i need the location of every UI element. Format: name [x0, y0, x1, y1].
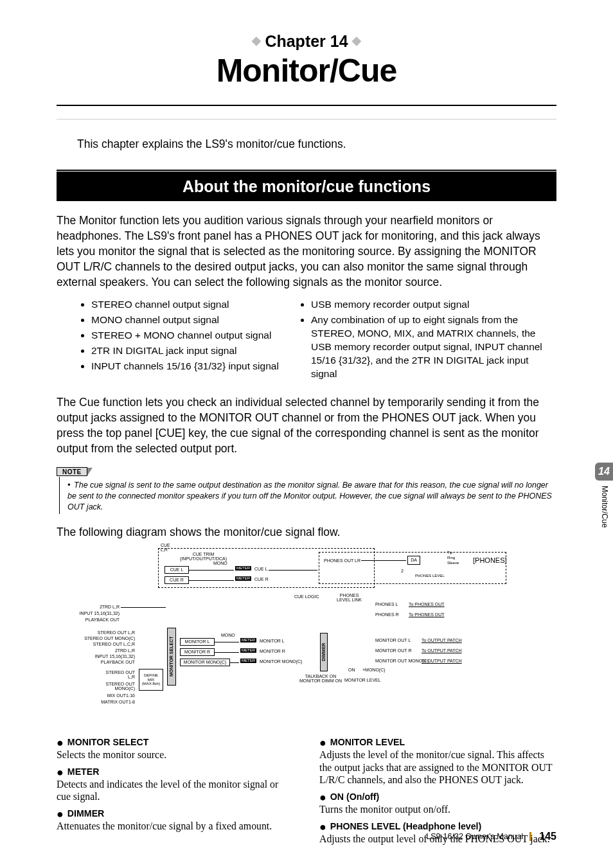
def-body: Adjusts the level of the monitor/cue sig…: [319, 748, 556, 786]
def-heading-monitor-select: ● MONITOR SELECT: [57, 737, 294, 747]
diagram-label: TALKBACK ON MONITOR DIMM ON: [299, 674, 342, 683]
diagram-label: MONITOR R: [260, 649, 285, 653]
diagram-label: PLAYBACK OUT: [66, 617, 120, 622]
diagram-label: CUE R: [254, 577, 269, 581]
def-heading-on: ● ON (On/off): [319, 792, 556, 802]
diagram-label: PHONES OUT LR: [324, 558, 360, 563]
diagram-label: 2TRD L,R: [71, 605, 120, 609]
def-body: Detects and indicates the level of the m…: [57, 778, 294, 803]
diagram-label: 2: [401, 569, 404, 573]
def-body: Turns the monitor output on/off.: [319, 803, 556, 816]
diagram-label: MONO: [221, 633, 235, 637]
diagram-label: INPUT 15,16(31,32): [75, 654, 135, 659]
diagram-label: STEREO OUT L,R: [75, 630, 135, 635]
divider: [57, 119, 556, 120]
diagram-label: PHONES R: [375, 612, 399, 617]
def-body: Attenuates the monitor/cue signal by a f…: [57, 820, 294, 833]
diagram-box-vertical: DIMMER: [320, 633, 328, 671]
tab-chapter-title: Monitor/Cue: [600, 486, 609, 527]
diagram-label: CUE L,R: [161, 543, 170, 552]
side-tab: 14 Monitor/Cue: [595, 463, 613, 527]
diagram-label: STEREO OUT L,C,R: [69, 642, 135, 646]
diagram-label: 2TRD L,R: [86, 648, 135, 653]
meter-icon: METER: [240, 648, 256, 653]
meter-icon: METER: [235, 566, 251, 571]
chapter-intro-text: This chapter explains the LS9's monitor/…: [77, 136, 556, 152]
diagram-label: To OUTPUT PATCH: [422, 638, 462, 642]
chapter-number-text: Chapter 14: [265, 32, 348, 50]
diagram-label: INPUT 15,16(31,32): [59, 611, 120, 616]
diagram-label-phones: [PHONES]: [473, 557, 507, 564]
list-item: 2TR IN DIGITAL jack input signal: [91, 344, 279, 358]
diagram-caption: The following diagram shows the monitor/…: [57, 526, 556, 539]
paragraph-2: The Cue function lets you check an indiv…: [57, 394, 556, 457]
diagram-label: MONITOR LEVEL: [344, 678, 381, 682]
diagram-label: CUE LOGIC: [294, 594, 319, 599]
diagram-label: +MONO(C): [362, 668, 386, 672]
diagram-label: To PHONES OUT: [409, 612, 445, 617]
diagram-box: MONITOR R: [180, 648, 215, 656]
meter-icon: METER: [240, 659, 256, 663]
diagram-label: STEREO OUT L,R: [82, 670, 135, 679]
page-footer: LS9-16/32 Owner's Manual 145: [426, 831, 556, 842]
diagram-label: PHONES LEVEL LINK: [337, 593, 362, 602]
chapter-title: Monitor/Cue: [57, 52, 556, 106]
diagram-label: STEREO OUT MONO(C): [66, 636, 135, 641]
def-heading-monitor-level: ● MONITOR LEVEL: [319, 737, 556, 747]
def-heading-meter: ● METER: [57, 766, 294, 777]
chapter-label: ◆Chapter 14◆: [57, 32, 556, 51]
list-item: STEREO + MONO channel output signal: [91, 329, 279, 342]
list-item: Any combination of up to eight signals f…: [311, 314, 556, 381]
diagram-label: MONITOR OUT R: [375, 648, 412, 653]
page-number: 145: [539, 831, 556, 842]
diagram-box: MONITOR MONO(C): [180, 659, 230, 666]
diagram-label: MONITOR OUT L: [375, 638, 411, 642]
diagram-label: MONITOR MONO(C): [260, 659, 302, 664]
diagram-label: MIX OUT1-16: [86, 693, 135, 698]
tab-chapter-number: 14: [595, 463, 613, 481]
diagram-label: PHONES LEVEL: [415, 574, 445, 578]
diagram-label: PLAYBACK OUT: [81, 660, 135, 664]
list-item: STEREO channel output signal: [91, 298, 279, 312]
diagram-label: Ring: [447, 556, 455, 560]
def-heading-phones-level: ● PHONES LEVEL (Headphone level): [319, 821, 556, 831]
diagram-label: CUE L: [254, 567, 268, 571]
diagram-box: CUE R: [164, 576, 189, 584]
diagram-label: MATRIX OUT1-8: [82, 700, 135, 704]
diagram-label: ON: [348, 668, 355, 672]
list-item: MONO channel output signal: [91, 314, 279, 327]
diamond-right-icon: ◆: [352, 34, 361, 47]
bullet-list-left: STEREO channel output signal MONO channe…: [80, 298, 279, 373]
def-heading-dimmer: ● DIMMER: [57, 808, 294, 819]
note-body: The cue signal is sent to the same outpu…: [67, 481, 552, 511]
note-text: • The cue signal is sent to the same out…: [59, 477, 556, 514]
def-body: Selects the monitor source.: [57, 748, 294, 761]
section-heading: About the monitor/cue functions: [57, 172, 556, 201]
diagram-label: MONITOR OUT MONO(C): [375, 659, 429, 663]
diagram-box: CUE L: [164, 566, 189, 574]
note-label: NOTE: [57, 467, 87, 476]
diagram-label: Sleeve: [447, 561, 459, 565]
bullet-list-right: USB memory recorder output signal Any co…: [299, 298, 556, 381]
diagram-label: Tip: [447, 551, 452, 554]
source-bullets: STEREO channel output signal MONO channe…: [80, 296, 556, 383]
diagram-label: CUE TRIM (INPUT/OUTPUT/DCA): [180, 552, 227, 561]
meter-icon: METER: [240, 638, 256, 642]
diagram-label: To OUTPUT PATCH: [422, 648, 462, 653]
manual-title-footer: LS9-16/32 Owner's Manual: [426, 832, 523, 841]
diagram-box: DEFINE MIX (MAX:8ch): [139, 669, 163, 691]
note-block: NOTE • The cue signal is sent to the sam…: [57, 465, 556, 514]
diagram-label: To OUTPUT PATCH: [422, 659, 462, 663]
diagram-label: PHONES L: [375, 602, 398, 607]
diagram-label: MONO: [213, 561, 227, 565]
list-item: USB memory recorder output signal: [311, 298, 556, 312]
diagram-box: MONITOR L: [180, 638, 215, 646]
paragraph-1: The Monitor function lets you audition v…: [57, 213, 556, 290]
list-item: INPUT channels 15/16 {31/32} input signa…: [91, 360, 279, 373]
diagram-box-vertical: MONITOR SELECT: [167, 628, 176, 686]
diagram-label: To PHONES OUT: [409, 602, 445, 607]
footer-divider-icon: [529, 832, 531, 841]
diagram-label: STEREO OUT MONO(C): [82, 682, 135, 691]
diagram-label: MONITOR L: [260, 639, 285, 643]
signal-flow-diagram: CUE L,R CUE TRIM (INPUT/OUTPUT/DCA) CUE …: [57, 543, 458, 716]
